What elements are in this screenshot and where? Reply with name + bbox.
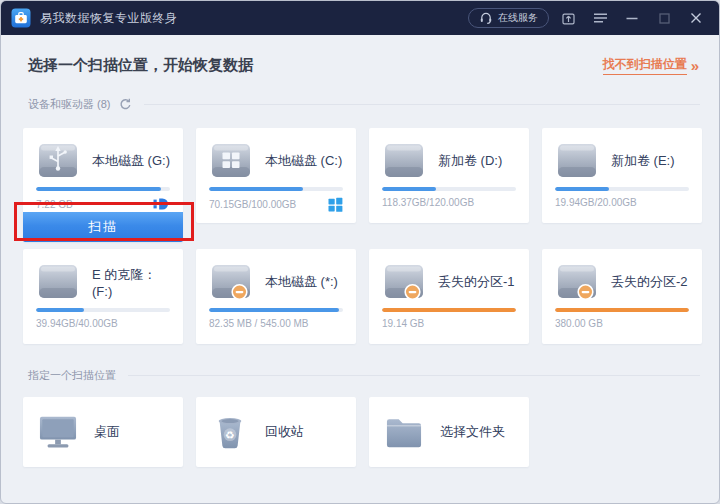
capacity-bar bbox=[382, 187, 516, 191]
online-service-label: 在线服务 bbox=[498, 11, 538, 25]
location-label: 选择文件夹 bbox=[440, 423, 505, 441]
drive-size: 118.37GB/120.00GB bbox=[382, 197, 474, 208]
drive-name: 本地磁盘 (C:) bbox=[265, 152, 342, 170]
desktop-icon bbox=[37, 413, 79, 451]
drive-name: 新加卷 (D:) bbox=[438, 152, 502, 170]
drive-card[interactable]: 丢失的分区-1 19.14 GB bbox=[369, 249, 529, 344]
drive-card[interactable]: 本地磁盘 (*:) 82.35 MB / 545.00 MB bbox=[196, 249, 356, 344]
drive-size: 19.94GB/20.00GB bbox=[555, 197, 637, 208]
drive-card[interactable]: 本地磁盘 (G:) 7.22 GB 扫描 bbox=[23, 128, 183, 242]
location-label: 回收站 bbox=[265, 423, 304, 441]
drive-size: 39.94GB/40.00GB bbox=[36, 318, 118, 329]
upgrade-icon bbox=[561, 11, 576, 26]
drive-name: 本地磁盘 (*:) bbox=[265, 273, 338, 291]
drive-card[interactable]: 新加卷 (E:) 19.94GB/20.00GB bbox=[542, 128, 702, 223]
drive-icon bbox=[36, 142, 80, 180]
drive-size: 19.14 GB bbox=[382, 318, 424, 329]
upgrade-button[interactable] bbox=[555, 5, 581, 31]
drive-icon bbox=[555, 263, 599, 301]
app-title: 易我数据恢复专业版终身 bbox=[40, 10, 178, 27]
section-divider bbox=[128, 375, 700, 376]
maximize-button[interactable] bbox=[651, 5, 677, 31]
capacity-bar bbox=[36, 187, 170, 191]
maximize-icon bbox=[659, 13, 670, 24]
drive-icon bbox=[382, 263, 426, 301]
capacity-bar bbox=[209, 308, 343, 312]
hamburger-menu-icon bbox=[593, 12, 608, 24]
scan-button[interactable]: 扫描 bbox=[23, 212, 183, 242]
drive-name: E 的克隆： (F:) bbox=[92, 266, 170, 299]
drive-name: 新加卷 (E:) bbox=[611, 152, 675, 170]
close-button[interactable] bbox=[683, 5, 709, 31]
drive-icon bbox=[209, 142, 253, 180]
minimize-button[interactable] bbox=[619, 5, 645, 31]
section-divider bbox=[144, 104, 701, 105]
folder-icon bbox=[383, 414, 425, 450]
windows-badge-icon bbox=[328, 197, 343, 212]
app-window: 易我数据恢复专业版终身 在线服务 bbox=[0, 0, 720, 504]
specify-section-label: 指定一个扫描位置 bbox=[28, 368, 116, 383]
recycle-bin-icon: ♻ bbox=[210, 412, 250, 452]
close-icon bbox=[690, 12, 702, 24]
usb-badge-icon bbox=[153, 197, 170, 211]
drive-icon bbox=[36, 263, 80, 301]
devices-section-label: 设备和驱动器 (8) bbox=[28, 97, 111, 112]
drive-card[interactable]: 新加卷 (D:) 118.37GB/120.00GB bbox=[369, 128, 529, 223]
location-grid: 桌面 ♻ 回收站 选择文件夹 bbox=[23, 397, 719, 467]
drive-size: 70.15GB/100.00GB bbox=[209, 199, 296, 210]
drive-icon bbox=[555, 142, 599, 180]
cannot-find-location-link[interactable]: 找不到扫描位置 » bbox=[603, 56, 699, 75]
drive-card[interactable]: E 的克隆： (F:) 39.94GB/40.00GB bbox=[23, 249, 183, 344]
drive-name: 丢失的分区-2 bbox=[611, 273, 688, 291]
app-logo-icon bbox=[11, 8, 31, 28]
minimize-icon bbox=[626, 12, 638, 24]
drive-name: 本地磁盘 (G:) bbox=[92, 152, 170, 170]
headset-icon bbox=[479, 11, 493, 25]
capacity-bar bbox=[555, 308, 689, 312]
drive-grid: 本地磁盘 (G:) 7.22 GB 扫描 本地磁盘 (C:) 70.15 bbox=[23, 128, 719, 344]
title-bar: 易我数据恢复专业版终身 在线服务 bbox=[1, 1, 719, 35]
double-chevron-right-icon: » bbox=[691, 58, 699, 73]
svg-text:♻: ♻ bbox=[225, 429, 235, 442]
drive-card[interactable]: 丢失的分区-2 380.00 GB bbox=[542, 249, 702, 344]
refresh-icon[interactable] bbox=[119, 98, 132, 111]
drive-size: 7.22 GB bbox=[36, 199, 73, 210]
location-label: 桌面 bbox=[94, 423, 120, 441]
drive-name: 丢失的分区-1 bbox=[438, 273, 515, 291]
drive-size: 380.00 GB bbox=[555, 318, 603, 329]
drive-size: 82.35 MB / 545.00 MB bbox=[209, 318, 309, 329]
menu-button[interactable] bbox=[587, 5, 613, 31]
location-card-recycle-bin[interactable]: ♻ 回收站 bbox=[196, 397, 356, 467]
location-card-folder[interactable]: 选择文件夹 bbox=[369, 397, 529, 467]
page-title: 选择一个扫描位置，开始恢复数据 bbox=[28, 56, 253, 75]
cannot-find-location-text: 找不到扫描位置 bbox=[603, 56, 687, 75]
online-service-button[interactable]: 在线服务 bbox=[468, 8, 549, 28]
capacity-bar bbox=[555, 187, 689, 191]
location-card-desktop[interactable]: 桌面 bbox=[23, 397, 183, 467]
capacity-bar bbox=[36, 308, 170, 312]
capacity-bar bbox=[209, 187, 343, 191]
drive-icon bbox=[382, 142, 426, 180]
capacity-bar bbox=[382, 308, 516, 312]
drive-icon bbox=[209, 263, 253, 301]
drive-card[interactable]: 本地磁盘 (C:) 70.15GB/100.00GB bbox=[196, 128, 356, 223]
